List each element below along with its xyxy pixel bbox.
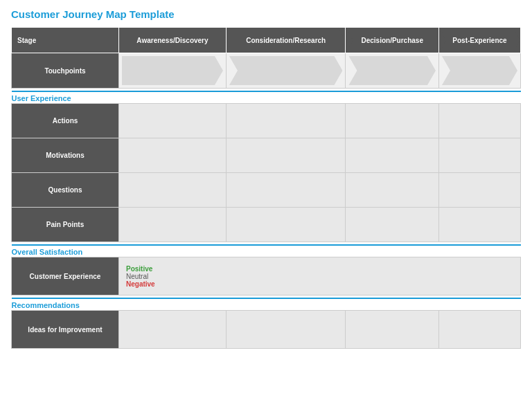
actions-cell-4[interactable]	[438, 104, 520, 138]
ideas-cell-1[interactable]	[119, 311, 227, 349]
col1-arrow: Awareness/Discovery	[119, 28, 226, 53]
pain-points-cell-4[interactable]	[438, 208, 520, 242]
touchpoint-cell-2	[226, 53, 346, 89]
actions-cell-2[interactable]	[226, 104, 346, 138]
col4-arrow: Post-Experience	[439, 28, 520, 53]
customer-experience-cell[interactable]: Positive Neutral Negative	[119, 257, 521, 296]
questions-cell-1[interactable]	[119, 173, 227, 208]
pain-points-label: Pain Points	[12, 208, 119, 242]
tp-arrow-3	[348, 56, 436, 85]
col2-header: Consideration/Research	[226, 28, 346, 53]
ce-negative-label: Negative	[126, 280, 513, 288]
stage-header: Stage	[12, 28, 119, 53]
questions-label: Questions	[12, 173, 119, 208]
motivations-cell-1[interactable]	[119, 138, 227, 173]
ideas-cell-3[interactable]	[346, 311, 439, 349]
ce-positive-label: Positive	[126, 265, 513, 273]
user-experience-label: User Experience	[12, 94, 71, 102]
motivations-cell-4[interactable]	[438, 138, 520, 173]
overall-satisfaction-label: Overall Satisfaction	[12, 248, 83, 256]
col3-header: Decision/Purchase	[346, 28, 439, 53]
user-experience-section-row: User Experience	[12, 89, 521, 104]
ideas-cell-2[interactable]	[226, 311, 346, 349]
tp-arrow-2	[229, 56, 343, 85]
page-title: Customer Journey Map Template	[11, 8, 521, 20]
touchpoint-cell-1	[119, 53, 227, 89]
tp-arrow-4	[442, 56, 517, 85]
actions-cell-3[interactable]	[346, 104, 439, 138]
questions-cell-3[interactable]	[346, 173, 439, 208]
ideas-label: Ideas for Improvement	[12, 311, 119, 349]
ce-neutral-label: Neutral	[126, 273, 513, 280]
actions-label: Actions	[12, 104, 119, 138]
recommendations-section-row: Recommendations	[12, 296, 521, 311]
motivations-label: Motivations	[12, 138, 119, 173]
pain-points-cell-1[interactable]	[119, 208, 227, 242]
customer-experience-label: Customer Experience	[12, 257, 119, 296]
pain-points-cell-3[interactable]	[346, 208, 439, 242]
recommendations-label: Recommendations	[12, 301, 80, 309]
tp-arrow-1	[122, 56, 223, 85]
col2-arrow: Consideration/Research	[227, 28, 346, 53]
pain-points-cell-2[interactable]	[226, 208, 346, 242]
col3-arrow: Decision/Purchase	[346, 28, 438, 53]
ideas-cell-4[interactable]	[438, 311, 520, 349]
motivations-cell-2[interactable]	[226, 138, 346, 173]
touchpoints-label: Touchpoints	[12, 53, 119, 89]
col1-header: Awareness/Discovery	[119, 28, 227, 53]
touchpoint-cell-4	[438, 53, 520, 89]
questions-cell-2[interactable]	[226, 173, 346, 208]
overall-satisfaction-section-row: Overall Satisfaction	[12, 242, 521, 257]
questions-cell-4[interactable]	[438, 173, 520, 208]
col4-header: Post-Experience	[438, 28, 520, 53]
touchpoint-cell-3	[346, 53, 439, 89]
actions-cell-1[interactable]	[119, 104, 227, 138]
motivations-cell-3[interactable]	[346, 138, 439, 173]
